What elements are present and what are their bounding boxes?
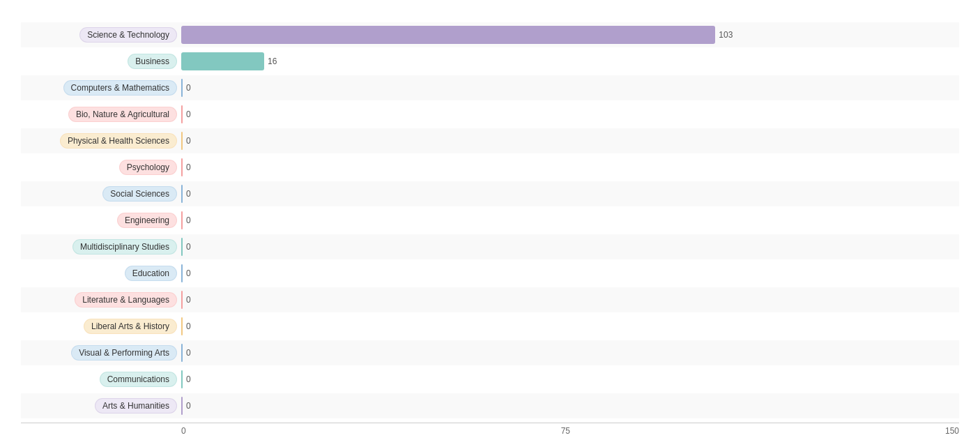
- bar-label: Science & Technology: [21, 27, 181, 43]
- bar: 0: [181, 397, 183, 415]
- bar-container: 0: [181, 367, 959, 392]
- bar: 0: [181, 238, 183, 256]
- bar-value: 16: [268, 56, 277, 66]
- label-pill: Visual & Performing Arts: [71, 345, 177, 361]
- label-pill: Liberal Arts & History: [84, 319, 177, 334]
- bar-row: Literature & Languages 0: [21, 287, 959, 312]
- bar-container: 0: [181, 261, 959, 286]
- bar-container: 0: [181, 340, 959, 365]
- x-axis-label: 150: [945, 426, 959, 436]
- bar-row: Arts & Humanities 0: [21, 393, 959, 418]
- x-axis-label: 75: [561, 426, 570, 436]
- bar: 0: [181, 79, 183, 97]
- bar-value: 0: [186, 401, 191, 411]
- bar-label: Computers & Mathematics: [21, 80, 181, 96]
- bar-label: Business: [21, 54, 181, 69]
- bar-label: Bio, Nature & Agricultural: [21, 107, 181, 122]
- label-pill: Science & Technology: [79, 27, 177, 43]
- bar-label: Physical & Health Sciences: [21, 133, 181, 149]
- bar: 0: [181, 317, 183, 335]
- bar-container: 0: [181, 393, 959, 418]
- bar-value: 0: [186, 109, 191, 119]
- bar: 0: [181, 105, 183, 123]
- bar: 0: [181, 291, 183, 309]
- bar: 103: [181, 26, 715, 44]
- bar-container: 0: [181, 155, 959, 180]
- bar-value: 0: [186, 242, 191, 252]
- bar: 0: [181, 211, 183, 229]
- bar-value: 0: [186, 215, 191, 225]
- bar-container: 0: [181, 287, 959, 312]
- bar-container: 0: [181, 208, 959, 233]
- bar-value: 0: [186, 321, 191, 331]
- bar-value: 0: [186, 162, 191, 172]
- bar-label: Engineering: [21, 213, 181, 228]
- bar: 0: [181, 185, 183, 203]
- bar-label: Multidisciplinary Studies: [21, 239, 181, 255]
- label-pill: Multidisciplinary Studies: [72, 239, 177, 255]
- bar-row: Visual & Performing Arts 0: [21, 340, 959, 365]
- bar-row: Social Sciences 0: [21, 181, 959, 206]
- chart-area: Science & Technology 103 Business 16 Com…: [21, 22, 959, 436]
- bar-container: 103: [181, 22, 959, 47]
- bar-value: 0: [186, 295, 191, 305]
- bar-row: Business 16: [21, 49, 959, 74]
- bar-label: Psychology: [21, 160, 181, 175]
- bar-container: 0: [181, 314, 959, 339]
- bar-value: 103: [719, 30, 733, 40]
- bar-label: Literature & Languages: [21, 292, 181, 308]
- bar: 0: [181, 344, 183, 362]
- label-pill: Literature & Languages: [75, 292, 177, 308]
- bar-row: Computers & Mathematics 0: [21, 75, 959, 100]
- bar: 16: [181, 52, 264, 70]
- bar-row: Physical & Health Sciences 0: [21, 128, 959, 153]
- label-pill: Arts & Humanities: [95, 398, 177, 414]
- bar: 0: [181, 370, 183, 388]
- bar-container: 16: [181, 49, 959, 74]
- bar-label: Visual & Performing Arts: [21, 345, 181, 361]
- bar-row: Psychology 0: [21, 155, 959, 180]
- bar-row: Liberal Arts & History 0: [21, 314, 959, 339]
- bar-row: Science & Technology 103: [21, 22, 959, 47]
- bar: 0: [181, 264, 183, 282]
- bar-value: 0: [186, 268, 191, 278]
- bar-value: 0: [186, 136, 191, 146]
- label-pill: Social Sciences: [102, 186, 177, 202]
- bar-label: Arts & Humanities: [21, 398, 181, 414]
- label-pill: Education: [125, 266, 177, 281]
- bar: 0: [181, 158, 183, 176]
- bar-value: 0: [186, 189, 191, 199]
- bar-label: Liberal Arts & History: [21, 319, 181, 334]
- bar-row: Engineering 0: [21, 208, 959, 233]
- label-pill: Bio, Nature & Agricultural: [68, 107, 177, 122]
- bar-row: Multidisciplinary Studies 0: [21, 234, 959, 259]
- bar-container: 0: [181, 234, 959, 259]
- bar-container: 0: [181, 102, 959, 127]
- label-pill: Communications: [100, 372, 177, 387]
- bar-row: Bio, Nature & Agricultural 0: [21, 102, 959, 127]
- bar-label: Communications: [21, 372, 181, 387]
- label-pill: Engineering: [117, 213, 177, 228]
- bar-value: 0: [186, 83, 191, 93]
- bar-container: 0: [181, 181, 959, 206]
- bar-label: Social Sciences: [21, 186, 181, 202]
- bar-value: 0: [186, 374, 191, 384]
- label-pill: Psychology: [119, 160, 177, 175]
- label-pill: Physical & Health Sciences: [60, 133, 177, 149]
- bar-value: 0: [186, 348, 191, 358]
- x-axis-label: 0: [181, 426, 186, 436]
- bar-row: Education 0: [21, 261, 959, 286]
- bar-container: 0: [181, 128, 959, 153]
- label-pill: Business: [128, 54, 177, 69]
- label-pill: Computers & Mathematics: [63, 80, 177, 96]
- bar: 0: [181, 132, 183, 150]
- bar-container: 0: [181, 75, 959, 100]
- bar-label: Education: [21, 266, 181, 281]
- bar-row: Communications 0: [21, 367, 959, 392]
